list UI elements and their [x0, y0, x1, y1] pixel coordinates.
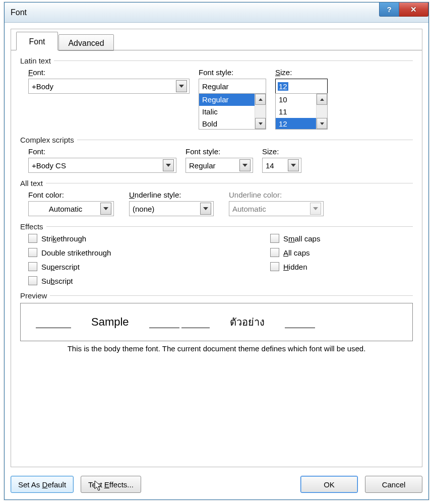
checkbox-icon [28, 234, 37, 243]
tab-font[interactable]: Font [16, 32, 58, 50]
text-effects-button[interactable]: Text Effects... [81, 476, 141, 493]
font-dialog: Font ? ✕ Font Advanced Latin text Font: … [4, 2, 429, 500]
tab-row: Font Advanced [11, 29, 422, 50]
ok-button[interactable]: OK [300, 476, 358, 493]
group-heading-effects: Effects [20, 222, 43, 231]
close-icon: ✕ [410, 5, 417, 14]
strikethrough-checkbox[interactable]: Strikethrough [28, 234, 270, 243]
scroll-up-icon[interactable] [317, 94, 327, 105]
superscript-checkbox[interactable]: Superscript [28, 262, 270, 271]
cs-style-label: Font style: [185, 147, 253, 156]
checkbox-icon [28, 248, 37, 257]
list-item[interactable]: Regular [199, 94, 255, 106]
scroll-up-icon[interactable] [255, 94, 266, 105]
font-style-input[interactable]: Regular [199, 79, 266, 94]
font-style-label: Font style: [199, 68, 266, 77]
underline-color-combo: Automatic [229, 201, 324, 216]
checkbox-icon [270, 262, 279, 271]
set-as-default-button[interactable]: Set As Default [11, 476, 74, 493]
cs-font-combo[interactable]: +Body CS [28, 158, 176, 173]
dropdown-icon [288, 159, 299, 171]
group-complex-scripts: Complex scripts Font: +Body CS Font styl… [20, 136, 413, 173]
group-heading-alltext: All text [20, 179, 43, 187]
dialog-footer: Set As Default Text Effects... OK Cancel [11, 476, 422, 493]
cs-font-label: Font: [28, 147, 176, 156]
font-combo[interactable]: +Body [28, 79, 190, 94]
group-heading-complex: Complex scripts [20, 136, 74, 144]
list-item[interactable]: Bold [199, 118, 255, 129]
group-heading-latin: Latin text [20, 56, 51, 65]
scroll-down-icon[interactable] [317, 118, 327, 129]
cancel-button[interactable]: Cancel [365, 476, 422, 493]
cs-size-label: Size: [262, 147, 301, 156]
font-combo-dropdown-icon [176, 80, 187, 92]
title-bar: Font ? ✕ [5, 3, 428, 23]
font-color-combo[interactable]: Automatic [28, 201, 114, 216]
cs-size-combo[interactable]: 14 [262, 158, 301, 173]
dropdown-icon [310, 203, 321, 215]
preview-description: This is the body theme font. The current… [20, 344, 413, 353]
scroll-down-icon[interactable] [255, 118, 266, 129]
preview-sample-complex: ตัวอย่าง [210, 314, 285, 330]
size-input[interactable]: 12 [275, 79, 328, 94]
dropdown-icon [163, 159, 174, 171]
dropdown-icon [200, 203, 211, 215]
double-strikethrough-checkbox[interactable]: Double strikethrough [28, 248, 270, 257]
list-item[interactable]: 12 [276, 118, 316, 129]
dropdown-icon [239, 159, 251, 171]
group-all-text: All text Font color: Automatic Underline… [20, 179, 413, 216]
hidden-checkbox[interactable]: Hidden [270, 262, 320, 271]
group-heading-preview: Preview [20, 291, 47, 300]
size-listbox[interactable]: 10 11 12 [275, 93, 328, 130]
font-color-label: Font color: [28, 191, 114, 199]
dialog-content: Font Advanced Latin text Font: +Body [11, 29, 422, 467]
close-button[interactable]: ✕ [399, 3, 428, 17]
font-label: Font: [28, 68, 190, 77]
checkbox-icon [28, 262, 37, 271]
underline-style-label: Underline style: [129, 191, 214, 199]
font-style-listbox[interactable]: Regular Italic Bold [199, 93, 266, 130]
scrollbar[interactable] [255, 94, 266, 129]
checkbox-icon [28, 276, 37, 285]
list-item[interactable]: 11 [276, 106, 316, 118]
list-item[interactable]: Italic [199, 106, 255, 118]
group-effects: Effects Strikethrough Double strikethrou… [20, 222, 413, 285]
dialog-title: Font [5, 8, 33, 17]
checkbox-icon [270, 234, 279, 243]
preview-sample-latin: Sample [71, 316, 149, 329]
all-caps-checkbox[interactable]: All caps [270, 248, 320, 257]
subscript-checkbox[interactable]: Subscript [28, 276, 270, 285]
scrollbar[interactable] [316, 94, 327, 129]
checkbox-icon [270, 248, 279, 257]
underline-color-label: Underline color: [229, 191, 324, 199]
dropdown-icon [100, 203, 111, 215]
underline-style-combo[interactable]: (none) [129, 201, 214, 216]
group-preview: Preview Sample ตัวอย่าง This is the body… [20, 291, 413, 353]
size-label: Size: [275, 68, 328, 77]
preview-box: Sample ตัวอย่าง [20, 303, 413, 341]
help-icon: ? [387, 5, 391, 14]
help-button[interactable]: ? [379, 3, 399, 17]
tab-advanced[interactable]: Advanced [58, 34, 114, 51]
small-caps-checkbox[interactable]: Small caps [270, 234, 320, 243]
cs-style-combo[interactable]: Regular [185, 158, 253, 173]
list-item[interactable]: 10 [276, 94, 316, 106]
tab-panel-font: Latin text Font: +Body Font style: Regul… [11, 50, 422, 467]
group-latin-text: Latin text Font: +Body Font style: Regul… [20, 56, 413, 130]
